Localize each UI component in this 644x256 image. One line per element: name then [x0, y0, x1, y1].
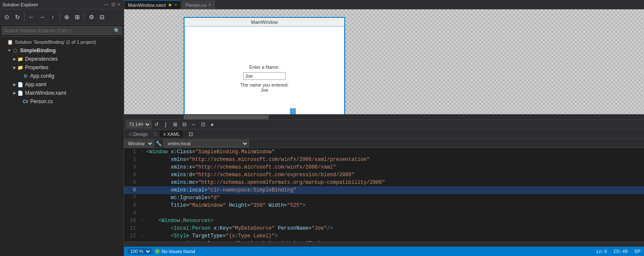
editor-line-2: 2 xmlns="http://schemas.microsoft.com/wi…: [124, 156, 644, 163]
editor-content[interactable]: 1 □ <Window x:Class="SimpleBinding.MainW…: [124, 148, 644, 242]
dropdown-separator: 🔧: [154, 141, 164, 146]
status-right: Ln: 6 Ch: 49 SP: [596, 249, 641, 254]
zoom-select[interactable]: 73.14%: [126, 121, 151, 128]
up-button[interactable]: ↑: [48, 12, 58, 22]
fit-btn[interactable]: ↔: [190, 121, 198, 128]
back-button[interactable]: ←: [26, 12, 37, 22]
solution-tree: 📋 Solution 'SimpleBinding' (1 of 1 proje…: [0, 37, 124, 256]
editor-line-5: 5 xmlns:mc="http://schemas.openxmlformat…: [124, 179, 644, 186]
close-button[interactable]: ×: [117, 2, 121, 7]
ok-icon: ✓: [155, 249, 160, 254]
design-tab-icon: □: [129, 132, 132, 137]
editor-h-scrollbar[interactable]: [124, 242, 644, 247]
tab-label-mainwindow: MainWindow.xaml: [128, 3, 166, 8]
zoom-level-select[interactable]: 100 %: [128, 248, 151, 254]
modified-indicator: ✦: [167, 2, 173, 8]
center-btn[interactable]: ⊡: [199, 121, 207, 128]
xaml-icon: 📄: [17, 81, 24, 88]
editor-line-10: 10 □ <Window.Resources>: [124, 217, 644, 225]
tab-close-person[interactable]: ×: [208, 3, 211, 7]
tree-item-appxaml[interactable]: ▶ 📄 App.xaml: [0, 80, 124, 89]
tree-item-project[interactable]: ▼ ⬡ SimpleBinding: [0, 46, 124, 55]
designer-half: MainWindow Enter a Name: The name you en…: [124, 9, 644, 139]
float-button[interactable]: ⊡: [111, 2, 116, 7]
grid-btn[interactable]: ⊞: [171, 121, 179, 128]
forward-button[interactable]: →: [37, 12, 47, 22]
design-tab-label: Design: [133, 132, 148, 137]
formula-btn[interactable]: ∫: [162, 121, 170, 128]
sidebar-title: Solution Explorer: [3, 2, 38, 7]
xaml-tab[interactable]: ≡ XAML: [160, 131, 183, 138]
name-textbox[interactable]: [243, 72, 286, 80]
appconfig-arrow: [17, 73, 22, 79]
enter-name-label: Enter a Name:: [250, 65, 280, 70]
zoom-toolbar: 73.14% ↺ ∫ ⊞ ⊟ ↔ ⊡ ▸: [124, 119, 644, 129]
person-label: Person.cs: [30, 98, 53, 104]
view-tabs: □ Design ⇅ ≡ XAML ⊡: [124, 129, 644, 139]
status-ok: ✓ No issues found: [155, 249, 195, 254]
zoom-reset-btn[interactable]: ↺: [152, 121, 161, 128]
solution-explorer-panel: Solution Explorer — ⊡ × ⊙ ↻ ← → ↑ ⊕ ⊞ ⚙ …: [0, 0, 124, 256]
status-zoom: 100 %: [128, 248, 151, 254]
status-bar: 100 % ✓ No issues found Ln: 6 Ch: 49 SP: [124, 247, 644, 256]
editor-line-1: 1 □ <Window x:Class="SimpleBinding.MainW…: [124, 148, 644, 156]
tree-item-mainwindow[interactable]: ▶ 📄 MainWindow.xaml: [0, 89, 124, 97]
dep-arrow: ▶: [12, 56, 17, 62]
solution-label: Solution 'SimpleBinding' (1 of 1 project…: [15, 39, 96, 45]
design-canvas[interactable]: MainWindow Enter a Name: The name you en…: [124, 9, 644, 114]
props-arrow: ▶: [12, 65, 17, 70]
copy-button[interactable]: ⊕: [62, 12, 72, 22]
pin-button[interactable]: —: [103, 2, 110, 7]
window-content: Enter a Name: The name you entered: Joe: [184, 26, 344, 114]
xaml-tab-label: XAML: [167, 132, 180, 137]
sidebar-title-actions: — ⊡ ×: [103, 2, 121, 7]
design-tab[interactable]: □ Design: [126, 131, 151, 138]
paste-button[interactable]: ⊞: [72, 12, 82, 22]
appconfig-label: App.config: [30, 73, 54, 79]
search-box[interactable]: 🔍: [2, 26, 122, 35]
refresh-button[interactable]: ↻: [12, 12, 23, 22]
sidebar-toolbar: ⊙ ↻ ← → ↑ ⊕ ⊞ ⚙ ⊟: [2, 12, 107, 22]
tab-mainwindow-xaml[interactable]: MainWindow.xaml ✦ ×: [124, 0, 181, 9]
play-btn[interactable]: ▸: [208, 121, 217, 128]
editor-line-12: 12 □ <Style TargetType="{x:Type Label}">: [124, 232, 644, 240]
tree-item-person[interactable]: C# Person.cs: [0, 97, 124, 106]
editor-line-7: 7 mc:Ignorable="d": [124, 194, 644, 202]
content-area: MainWindow.xaml ✦ × Person.cs × MainWind…: [124, 0, 644, 256]
snap-btn[interactable]: ⊟: [180, 121, 189, 128]
editor-scope-dropdown[interactable]: Window: [124, 140, 154, 147]
canvas-scrollbar[interactable]: [124, 114, 644, 119]
mainwindow-icon: 📄: [17, 90, 24, 96]
tree-item-properties[interactable]: ▶ 📁 Properties: [0, 63, 124, 72]
appxaml-label: App.xaml: [25, 82, 46, 87]
scrollbar-thumb[interactable]: [184, 115, 269, 119]
xaml-options-btn[interactable]: ⊡: [187, 130, 195, 138]
appxaml-arrow: ▶: [12, 82, 17, 87]
mainwindow-label: MainWindow.xaml: [25, 90, 66, 96]
status-col: Ch: 49: [614, 249, 627, 254]
arrow-icon: [2, 39, 7, 45]
settings-button[interactable]: ⚙: [86, 12, 96, 22]
split-view: MainWindow Enter a Name: The name you en…: [124, 9, 644, 256]
tab-close-mainwindow[interactable]: ×: [174, 3, 178, 7]
tab-label-person: Person.cs: [185, 3, 206, 8]
status-left: 100 % ✓ No issues found: [128, 248, 195, 254]
tree-item-dependencies[interactable]: ▶ 📁 Dependencies: [0, 55, 124, 63]
tree-item-solution[interactable]: 📋 Solution 'SimpleBinding' (1 of 1 proje…: [0, 38, 124, 46]
resize-handle[interactable]: [290, 108, 296, 114]
properties-label: Properties: [25, 65, 48, 70]
tree-item-appconfig[interactable]: ⚙ App.config: [0, 72, 124, 80]
xaml-tab-icon: ≡: [163, 132, 166, 137]
tab-person-cs[interactable]: Person.cs ×: [182, 0, 215, 9]
search-input[interactable]: [2, 27, 112, 34]
person-arrow: [17, 99, 22, 104]
editor-member-dropdown[interactable]: xmlns:local: [164, 140, 249, 147]
search-wrapper-container: 🔍: [0, 25, 124, 37]
cs-icon: C#: [22, 98, 29, 105]
editor-line-9: 9: [124, 209, 644, 217]
sync-button[interactable]: ⊙: [2, 12, 12, 22]
options-button[interactable]: ⊟: [97, 12, 107, 22]
result-label: The name you entered: Joe: [240, 82, 289, 93]
sidebar-title-bar: Solution Explorer — ⊡ ×: [0, 0, 124, 9]
project-arrow: ▼: [7, 48, 12, 53]
